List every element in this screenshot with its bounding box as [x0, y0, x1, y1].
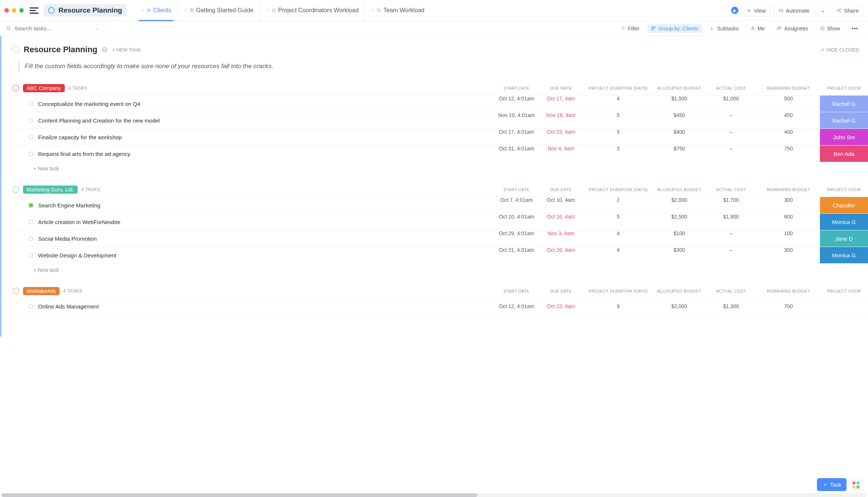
cell-due-date[interactable]: Oct 17, 4am: [539, 96, 583, 112]
col-actual[interactable]: ACTUAL COST: [705, 289, 757, 293]
subtasks-button[interactable]: Subtasks: [707, 24, 743, 33]
col-due-date[interactable]: DUE DATE: [539, 187, 583, 192]
cell-start-date[interactable]: Oct 17, 4:01am: [494, 129, 539, 145]
cell-remaining[interactable]: 700: [757, 303, 820, 309]
page-title-chip[interactable]: Resource Planning: [44, 4, 127, 17]
col-actual[interactable]: ACTUAL COST: [705, 86, 757, 90]
minimize-window-button[interactable]: [12, 8, 16, 13]
cell-duration[interactable]: 2: [583, 197, 653, 213]
status-square-icon[interactable]: [29, 203, 33, 207]
cell-duration[interactable]: 4: [583, 230, 653, 247]
cell-due-date[interactable]: Nov 16, 4am: [539, 112, 583, 129]
cell-duration[interactable]: 4: [583, 247, 653, 263]
col-allocated[interactable]: ALLOCATED BUDGET: [653, 289, 705, 293]
group-chip[interactable]: WeMakeAds: [23, 287, 60, 295]
task-row[interactable]: Finalize capacity for the workshopOct 17…: [13, 129, 868, 145]
task-row[interactable]: Search Engine MarketingOct 7, 4:01amOct …: [13, 197, 868, 213]
info-icon[interactable]: i: [102, 47, 108, 53]
col-duration[interactable]: PROJECT DURATION (DAYS): [583, 187, 653, 192]
cell-due-date[interactable]: Oct 10, 4am: [539, 197, 583, 213]
task-name[interactable]: Website Design & Development: [38, 252, 175, 258]
filter-button[interactable]: Filter: [617, 24, 643, 33]
cell-coordinator[interactable]: Rachel G: [820, 112, 868, 129]
col-coordinator[interactable]: PROJECT COOR: [820, 187, 868, 192]
col-remaining[interactable]: REMAINING BUDGET: [757, 86, 820, 90]
cell-start-date[interactable]: Oct 12, 4:01am: [494, 96, 539, 112]
col-remaining[interactable]: REMAINING BUDGET: [757, 187, 820, 192]
status-square-icon[interactable]: [29, 119, 33, 123]
cell-actual[interactable]: $1,900: [705, 214, 757, 230]
tab-getting-started-guide[interactable]: Getting Started Guide: [178, 0, 260, 21]
share-button[interactable]: Share: [832, 5, 864, 16]
cell-actual[interactable]: –: [705, 230, 757, 247]
task-row[interactable]: Article creation in WebForNewbieOct 10, …: [13, 213, 868, 230]
col-due-date[interactable]: DUE DATE: [539, 289, 583, 293]
cell-actual[interactable]: –: [705, 146, 757, 162]
cell-allocated[interactable]: $750: [653, 146, 705, 162]
task-row[interactable]: Conceptualize the marketing event on Q4O…: [13, 95, 868, 112]
status-square-icon[interactable]: [29, 220, 33, 224]
collapse-section-icon[interactable]: ⌄: [13, 46, 19, 53]
hide-closed-button[interactable]: HIDE CLOSED: [820, 47, 859, 53]
cell-actual[interactable]: $1,700: [705, 197, 757, 213]
task-name[interactable]: Finalize capacity for the workshop: [38, 134, 175, 140]
cell-allocated[interactable]: $400: [653, 129, 705, 145]
col-coordinator[interactable]: PROJECT COOR: [820, 86, 868, 90]
cell-actual[interactable]: –: [705, 247, 757, 263]
cell-start-date[interactable]: Oct 29, 4:01am: [494, 230, 539, 247]
add-view-button[interactable]: ＋View: [741, 4, 771, 17]
hamburger-menu-icon[interactable]: [30, 6, 38, 15]
task-row[interactable]: Request final arts from the ad agencyOct…: [13, 145, 868, 162]
task-name[interactable]: Search Engine Marketing: [38, 202, 175, 209]
add-task-row[interactable]: + New task: [13, 162, 868, 173]
maximize-window-button[interactable]: [19, 8, 24, 13]
group-chip[interactable]: Marketing Guru, Ltd.: [23, 186, 78, 194]
search-chevron-icon[interactable]: ⌄: [95, 26, 98, 31]
cell-duration[interactable]: 9: [583, 303, 653, 309]
col-start-date[interactable]: START DATE: [494, 289, 539, 293]
cell-allocated[interactable]: $2,000: [653, 197, 705, 213]
cell-start-date[interactable]: Nov 10, 4:01am: [494, 112, 539, 129]
cell-allocated[interactable]: $1,500: [653, 96, 705, 112]
col-due-date[interactable]: DUE DATE: [539, 86, 583, 90]
cell-coordinator[interactable]: John Sm: [820, 129, 868, 145]
collapse-group-icon[interactable]: ⌄: [13, 288, 19, 294]
cell-duration[interactable]: 3: [583, 146, 653, 162]
cell-remaining[interactable]: 750: [757, 146, 820, 162]
cell-coordinator[interactable]: Ben Ada: [820, 146, 868, 162]
cell-allocated[interactable]: $2,500: [653, 214, 705, 230]
cell-coordinator[interactable]: Jane D: [820, 230, 868, 247]
automate-dropdown-button[interactable]: ⌄: [817, 4, 829, 16]
cell-remaining[interactable]: 100: [757, 230, 820, 247]
add-task-row[interactable]: + New task: [13, 263, 868, 274]
cell-due-date[interactable]: Oct 26, 4am: [539, 247, 583, 263]
cell-due-date[interactable]: Oct 23, 4am: [539, 129, 583, 145]
task-row[interactable]: Website Design & DevelopmentOct 21, 4:01…: [13, 247, 868, 263]
col-actual[interactable]: ACTUAL COST: [705, 187, 757, 192]
cell-actual[interactable]: –: [705, 112, 757, 129]
col-allocated[interactable]: ALLOCATED BUDGET: [653, 187, 705, 192]
cell-remaining[interactable]: 300: [757, 247, 820, 263]
col-start-date[interactable]: START DATE: [494, 86, 539, 90]
cell-remaining[interactable]: 450: [757, 112, 820, 129]
cell-due-date[interactable]: Nov 4, 4am: [539, 146, 583, 162]
search-wrap[interactable]: ⌄: [6, 25, 102, 31]
cell-remaining[interactable]: 500: [757, 96, 820, 112]
col-start-date[interactable]: START DATE: [494, 187, 539, 192]
cell-coordinator[interactable]: Chandler: [820, 197, 868, 213]
status-square-icon[interactable]: [29, 253, 33, 257]
cell-actual[interactable]: $1,000: [705, 96, 757, 112]
col-coordinator[interactable]: PROJECT COOR: [820, 289, 868, 293]
cell-duration[interactable]: 5: [583, 112, 653, 129]
task-name[interactable]: Content Planning and Creation for the ne…: [38, 117, 175, 124]
more-options-button[interactable]: •••: [848, 24, 862, 33]
cell-coordinator[interactable]: Monica G: [820, 214, 868, 230]
cell-coordinator[interactable]: Monica G: [820, 247, 868, 263]
cell-remaining[interactable]: 300: [757, 197, 820, 213]
cell-actual[interactable]: $1,300: [705, 303, 757, 309]
automation-play-icon[interactable]: ▶: [731, 7, 739, 14]
cell-start-date[interactable]: Oct 7, 4:01am: [494, 197, 539, 213]
task-row[interactable]: Content Planning and Creation for the ne…: [13, 112, 868, 129]
show-button[interactable]: Show: [816, 24, 844, 33]
col-duration[interactable]: PROJECT DURATION (DAYS): [583, 86, 653, 90]
